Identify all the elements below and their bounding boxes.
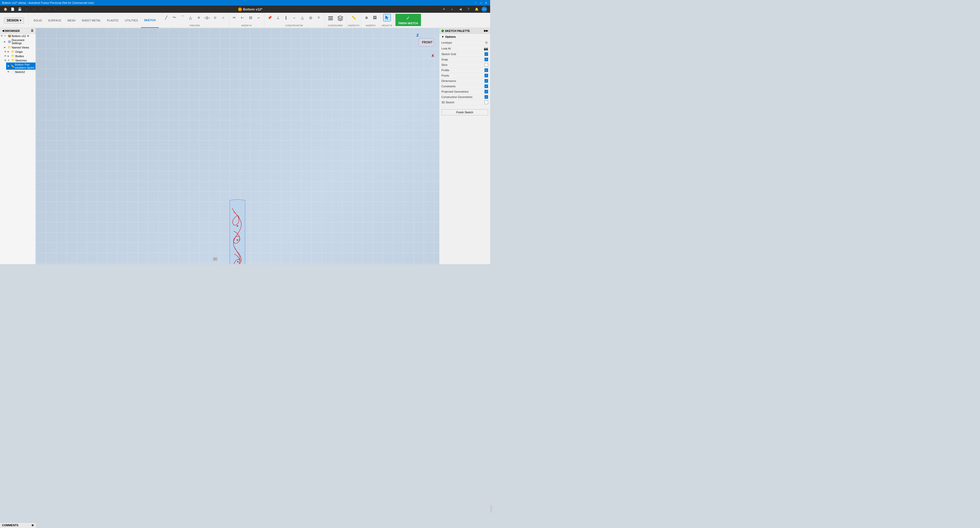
tool-configure2[interactable] <box>336 14 345 23</box>
tree-item-sketch-bottom[interactable]: 👁 ✏️ Bottom Part w/pattern &joint <box>6 62 35 70</box>
tree-item-origin[interactable]: 👁 ▶ 📁 Origin <box>3 49 35 54</box>
tool-insert[interactable]: ⊕ <box>363 14 371 21</box>
tool-parallel[interactable]: ∥ <box>282 14 290 21</box>
tool-coincident[interactable]: △ <box>299 14 306 21</box>
sidebar-menu-btn[interactable]: ☰ <box>31 29 33 32</box>
home-btn[interactable]: 🏠 <box>2 6 9 13</box>
home2-btn[interactable]: ⌂ <box>52 6 59 13</box>
nav-cube[interactable]: FRONT <box>418 33 434 54</box>
tool-inspect[interactable]: 📏 <box>350 14 358 21</box>
option-construction-geometries-checkbox[interactable]: ✓ <box>485 95 488 99</box>
tool-project[interactable]: ≡ <box>195 14 203 21</box>
tool-concentric[interactable]: ◎ <box>307 14 315 21</box>
option-linetype-icon[interactable]: ⚙ <box>485 41 488 45</box>
undo-btn[interactable]: ↩ <box>24 6 30 13</box>
tab-surface[interactable]: SURFACE <box>45 13 64 28</box>
close-btn[interactable]: ✕ <box>484 1 488 5</box>
tool-equal[interactable]: = <box>315 14 323 21</box>
tree-item-bodies[interactable]: 👁 ▶ 📁 Bodies <box>3 54 35 58</box>
settings-icon-root[interactable]: ⚙ <box>27 35 29 37</box>
tool-line[interactable]: ╱ <box>162 14 170 21</box>
option-look-at: Look At 📷 <box>441 46 488 52</box>
sidebar-collapse-btn[interactable]: ◀ <box>2 29 4 32</box>
tree-item-named-views[interactable]: ▶ 📁 Named Views <box>3 45 35 49</box>
tree-item-doc-settings[interactable]: ▶ ⚙️ Document Settings <box>3 38 35 45</box>
tree-item-root[interactable]: 👁 ▼ 📦 Bottom v12 ⚙ <box>0 34 35 38</box>
axis-x: X <box>432 54 434 58</box>
tab-utilities[interactable]: UTILITIES <box>122 13 141 28</box>
add-tab-btn[interactable]: ＋ <box>449 6 455 13</box>
option-sketch-grid-checkbox[interactable]: ✓ <box>485 52 488 56</box>
nav-back-btn[interactable]: ◀ <box>457 6 464 13</box>
redo-btn[interactable]: ↪ <box>38 6 45 13</box>
constraint-handle-1[interactable]: ≡≡ <box>213 258 217 261</box>
tool-trim[interactable]: ✂ <box>231 14 238 21</box>
tree-item-sketch2[interactable]: 👁 📄 Sketch2 <box>6 70 35 74</box>
tool-spline[interactable]: 〜 <box>170 14 178 21</box>
tree-label-bodies: Bodies <box>15 55 24 58</box>
tree-children-root: ▶ ⚙️ Document Settings ▶ 📁 Named Views 👁… <box>0 38 35 74</box>
tab-mesh[interactable]: MESH <box>64 13 79 28</box>
close-file-btn[interactable]: ✕ <box>441 6 447 13</box>
sketch-shape <box>209 198 266 264</box>
save-btn[interactable]: 💾 <box>16 6 23 13</box>
view-label[interactable]: FRONT <box>418 38 434 46</box>
tab-plastic[interactable]: PLASTIC <box>104 13 122 28</box>
app-icon: 🟠 <box>238 7 242 11</box>
option-points-label: Points <box>441 74 449 77</box>
tab-solid[interactable]: SOLID <box>30 13 45 28</box>
tool-tangent[interactable]: ⌢ <box>291 14 298 21</box>
tool-mirror[interactable]: ◁▷ <box>203 14 211 21</box>
help-btn[interactable]: ? <box>465 6 472 13</box>
tool-extend[interactable]: ⊢ <box>239 14 247 21</box>
tool-fillet[interactable]: ⌐ <box>255 14 262 21</box>
option-profile-checkbox[interactable]: ✓ <box>485 68 488 72</box>
option-points-checkbox[interactable]: ✓ <box>485 74 488 77</box>
tool-select[interactable] <box>383 14 391 21</box>
tool-perpendicular[interactable]: ⊥ <box>274 14 282 21</box>
option-projected-geometries-checkbox[interactable]: ✓ <box>485 90 488 94</box>
tab-sheet-metal[interactable]: SHEET METAL <box>79 13 104 28</box>
tool-configure[interactable] <box>326 14 335 23</box>
tree-label-doc-settings: Document Settings <box>12 38 35 45</box>
options-header[interactable]: ▼ Options <box>441 35 488 38</box>
tool-polygon[interactable]: △ <box>187 14 194 21</box>
toolbar-select: SELECT▾ <box>380 13 394 28</box>
finish-sketch-palette-btn[interactable]: Finish Sketch <box>441 109 488 115</box>
option-profile: Profile ✓ <box>441 68 488 73</box>
minimize-btn[interactable]: ─ <box>474 1 478 5</box>
option-constraints-checkbox[interactable]: ✓ <box>485 84 488 88</box>
restore-btn[interactable]: □ <box>479 1 483 5</box>
tab-sketch[interactable]: SKETCH <box>141 13 159 28</box>
viewport[interactable]: Z X FRONT <box>36 28 439 264</box>
option-dimensions-checkbox[interactable]: ✓ <box>485 79 488 83</box>
option-constraints: Constraints ✓ <box>441 84 488 89</box>
option-3d-sketch-checkbox[interactable] <box>485 100 488 104</box>
constraints-label: CONSTRAINTS▾ <box>285 24 303 27</box>
tree-root: 👁 ▼ 📦 Bottom v12 ⚙ ▶ ⚙️ Document Setting… <box>0 34 35 74</box>
option-slice: Slice <box>441 62 488 68</box>
palette-expand-btn[interactable]: ▶▶ <box>484 29 488 32</box>
option-snap-checkbox[interactable]: ✓ <box>485 58 488 61</box>
finish-sketch-button[interactable]: ✓ FINISH SKETCH <box>395 14 421 26</box>
tool-fix[interactable]: 📌 <box>266 14 274 21</box>
notification-btn[interactable]: 🔔 <box>473 6 480 13</box>
redo2-btn[interactable]: ↪ <box>45 6 52 13</box>
menu-bar: 🏠 📄 💾 ↩ ↩ ↪ ↪ ⌂ 🟠 Bottom v12* ✕ ＋ ◀ ? 🔔 … <box>0 6 490 13</box>
undo2-btn[interactable]: ↩ <box>31 6 37 13</box>
tool-arc[interactable]: ⌒ <box>179 14 186 21</box>
tree-item-sketches[interactable]: 👁 ▼ 📁 Sketches <box>3 58 35 62</box>
option-slice-checkbox[interactable] <box>485 63 488 67</box>
design-button[interactable]: DESIGN ▾ <box>4 17 24 24</box>
option-linetype: Linetype ⚙ <box>441 40 488 46</box>
eye-icon-root[interactable]: 👁 <box>0 35 3 37</box>
option-3d-sketch: 3D Sketch <box>441 100 488 105</box>
tool-break[interactable]: ⊟ <box>247 14 255 21</box>
tool-offset[interactable]: ⊂ <box>212 14 219 21</box>
new-btn[interactable]: 📄 <box>9 6 16 13</box>
user-btn[interactable]: DH <box>482 6 487 12</box>
tool-insert2[interactable]: 🖼 <box>371 14 379 21</box>
option-linetype-label: Linetype <box>441 41 452 44</box>
option-look-at-icon[interactable]: 📷 <box>484 46 488 51</box>
tool-circle[interactable]: ○ <box>220 14 227 21</box>
